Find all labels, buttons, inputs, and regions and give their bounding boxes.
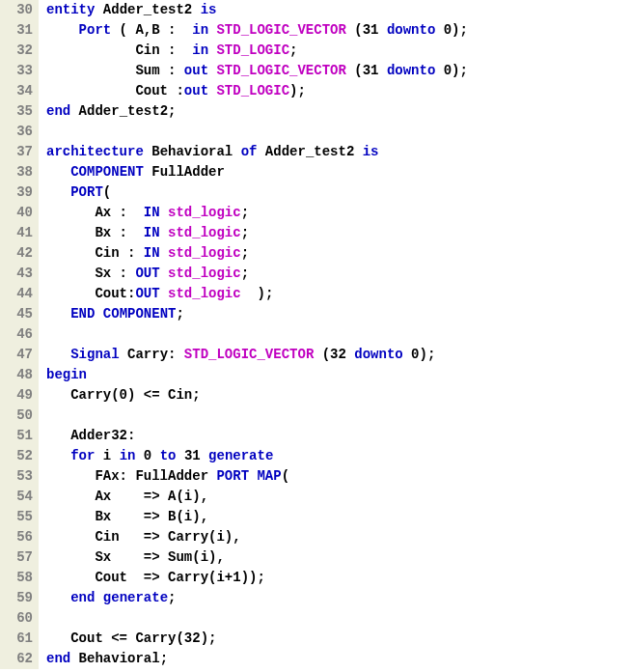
line-number: 47 [0, 345, 39, 365]
token: STD_LOGIC_VECTOR [216, 22, 345, 38]
token: downto [387, 63, 435, 78]
token: Sx : [46, 266, 135, 281]
code-content: FAx: FullAdder PORT MAP( [39, 466, 631, 487]
line-number: 38 [0, 162, 39, 182]
token: Adder_test2 [95, 2, 200, 17]
token: Adder_test2 [257, 144, 362, 159]
token: ; [176, 306, 183, 322]
code-content: end generate; [39, 588, 631, 608]
token: downto [354, 347, 402, 362]
code-content: for i in 0 to 31 generate [39, 446, 631, 466]
token [46, 306, 70, 322]
token: Behavioral [144, 144, 241, 159]
token: STD_LOGIC [216, 83, 289, 98]
token: Cin => Carry(i), [46, 529, 241, 545]
code-content: Cin : IN std_logic; [39, 243, 631, 264]
line-number: 56 [0, 527, 39, 547]
line-number: 45 [0, 304, 39, 324]
token [46, 184, 70, 200]
line-number: 42 [0, 243, 39, 264]
code-content: begin [39, 365, 631, 385]
token: Cin : [46, 42, 192, 58]
token: i [95, 448, 119, 463]
token: 31 [177, 448, 209, 463]
code-content [39, 406, 631, 426]
line-number: 55 [0, 507, 39, 527]
token: (31 [346, 63, 387, 78]
code-line: 50 [0, 406, 631, 426]
token: 0 [135, 448, 159, 463]
token: Sum : [46, 63, 184, 78]
code-line: 35end Adder_test2; [0, 101, 631, 122]
token: out [184, 83, 208, 98]
line-number: 33 [0, 61, 39, 81]
code-line: 44 Cout:OUT std_logic ); [0, 284, 631, 304]
code-line: 43 Sx : OUT std_logic; [0, 264, 631, 284]
code-content [39, 122, 631, 142]
token: out [184, 63, 208, 78]
token: end [46, 651, 70, 666]
token: Behavioral; [70, 651, 168, 666]
token: ; [241, 245, 249, 261]
line-number: 34 [0, 81, 39, 101]
token [160, 205, 168, 220]
token [160, 286, 168, 301]
token: IN [144, 205, 160, 220]
line-number: 39 [0, 182, 39, 203]
token: std_logic [168, 245, 241, 261]
code-content: Ax => A(i), [39, 487, 631, 507]
token: ( A,B : [111, 22, 192, 38]
line-number: 53 [0, 466, 39, 487]
token: ( [282, 468, 289, 484]
token: 0); [403, 347, 436, 362]
token: OUT [135, 286, 159, 301]
token: ; [241, 225, 249, 240]
line-number: 31 [0, 20, 39, 41]
token: ); [241, 286, 274, 301]
code-line: 38 COMPONENT FullAdder [0, 162, 631, 182]
token: in [192, 22, 208, 38]
token: is [363, 144, 379, 159]
line-number: 43 [0, 264, 39, 284]
code-content: PORT( [39, 182, 631, 203]
token: Ax : [46, 205, 144, 220]
token: Sx => Sum(i), [46, 549, 225, 565]
code-content: end Adder_test2; [39, 101, 631, 122]
line-number: 54 [0, 487, 39, 507]
token: Adder_test2; [70, 103, 176, 119]
token: 0); [435, 22, 468, 38]
line-number: 60 [0, 608, 39, 629]
token: in [192, 42, 208, 58]
code-content: Cout <= Carry(32); [39, 629, 631, 649]
token: entity [46, 2, 95, 17]
token: ; [168, 590, 176, 605]
line-number: 35 [0, 101, 39, 122]
code-content: END COMPONENT; [39, 304, 631, 324]
line-number: 36 [0, 122, 39, 142]
token [46, 347, 70, 362]
token: IN [144, 245, 160, 261]
token: std_logic [168, 205, 241, 220]
token [95, 590, 102, 605]
token: OUT [135, 266, 159, 281]
token [46, 448, 70, 463]
code-line: 48begin [0, 365, 631, 385]
code-content: Sx => Sum(i), [39, 547, 631, 568]
line-number: 57 [0, 547, 39, 568]
code-line: 34 Cout :out STD_LOGIC); [0, 81, 631, 101]
token: FAx: FullAdder [46, 468, 216, 484]
token: std_logic [168, 225, 241, 240]
code-content: Bx => B(i), [39, 507, 631, 527]
token: in [120, 448, 136, 463]
token: Adder32: [46, 428, 135, 443]
token: of [241, 144, 258, 159]
code-content: Bx : IN std_logic; [39, 223, 631, 243]
code-line: 59 end generate; [0, 588, 631, 608]
code-line: 30entity Adder_test2 is [0, 0, 631, 20]
line-number: 46 [0, 324, 39, 345]
token: Cout : [46, 83, 184, 98]
token: generate [103, 590, 168, 605]
token: ; [289, 42, 297, 58]
token [160, 266, 168, 281]
token [160, 245, 168, 261]
